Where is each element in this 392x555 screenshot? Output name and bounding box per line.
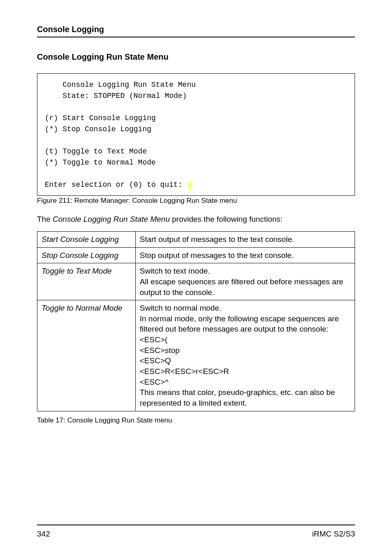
func-name: Start Console Logging (37, 232, 136, 248)
console-line-6: (t) Toggle to Text Mode (45, 147, 147, 156)
table-row: Toggle to Normal Mode Switch to normal m… (37, 300, 355, 411)
subsection-title: Console Logging Run State Menu (37, 52, 355, 62)
desc-line: <ESC>stop (140, 346, 180, 355)
desc-line: All escape sequences are filtered out be… (140, 277, 343, 297)
table-row: Stop Console Logging Stop output of mess… (37, 247, 355, 263)
console-line-9: Enter selection or (0) to quit: (45, 181, 187, 189)
console-line-1: State: STOPPED (Normal Mode) (45, 92, 187, 100)
console-output: Console Logging Run State Menu State: ST… (37, 73, 355, 196)
intro-prefix: The (37, 215, 53, 223)
func-desc: Switch to normal mode. In normal mode, o… (136, 300, 355, 411)
page-header-title: Console Logging (37, 25, 355, 37)
table-row: Toggle to Text Mode Switch to text mode.… (37, 263, 355, 300)
desc-line: <ESC>^ (140, 378, 168, 386)
intro-text: The Console Logging Run State Menu provi… (37, 215, 355, 224)
desc-line: <ESC>Q (140, 356, 171, 365)
page-number: 342 (37, 529, 50, 539)
desc-line: <ESC>( (140, 335, 168, 344)
func-desc: Stop output of messages to the text cons… (136, 247, 355, 263)
console-line-3: (r) Start Console Logging (45, 114, 156, 122)
table-row: Start Console Logging Start output of me… (37, 232, 355, 248)
console-line-4: (*) Stop Console Logging (45, 125, 151, 133)
desc-line: In normal mode, only the following escap… (140, 314, 339, 334)
desc-line: Switch to normal mode. (140, 304, 221, 312)
desc-line: <ESC>R<ESC>r<ESC>R (140, 367, 229, 376)
func-name: Toggle to Normal Mode (37, 300, 136, 411)
functions-table: Start Console Logging Start output of me… (37, 231, 355, 411)
desc-line: Stop output of messages to the text cons… (140, 251, 294, 260)
func-name: Toggle to Text Mode (37, 263, 136, 300)
cursor-icon (188, 182, 192, 189)
func-name: Stop Console Logging (37, 247, 136, 263)
intro-emph: Console Logging Run State Menu (53, 215, 170, 223)
func-desc: Start output of messages to the text con… (136, 232, 355, 248)
table-caption: Table 17: Console Logging Run State menu (37, 416, 355, 425)
desc-line: This means that color, pseudo-graphics, … (140, 388, 335, 407)
intro-suffix: provides the following functions: (170, 215, 283, 223)
figure-caption: Figure 211: Remote Manager: Console Logg… (37, 197, 355, 205)
console-line-0: Console Logging Run State Menu (45, 81, 196, 89)
desc-line: Switch to text mode. (140, 267, 210, 275)
page-footer: 342 iRMC S2/S3 (37, 525, 355, 539)
console-line-7: (*) Toggle to Normal Mode (45, 158, 156, 167)
func-desc: Switch to text mode. All escape sequence… (136, 263, 355, 300)
desc-line: Start output of messages to the text con… (140, 235, 294, 244)
doc-id: iRMC S2/S3 (312, 529, 355, 539)
